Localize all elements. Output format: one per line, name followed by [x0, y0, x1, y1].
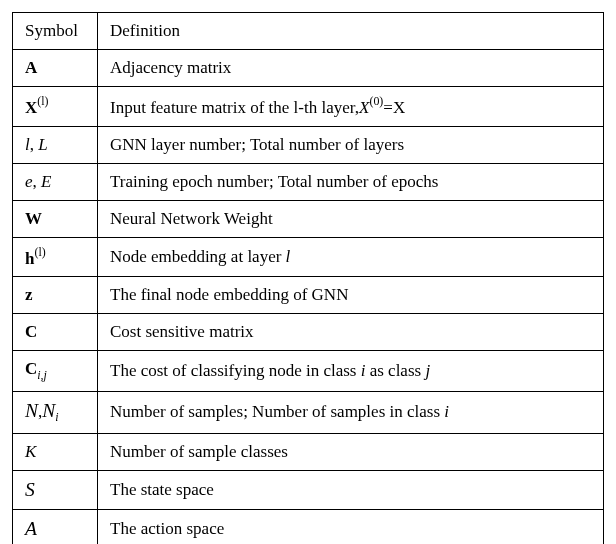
sym-A-cal: A: [25, 518, 37, 539]
definition-cell: The action space: [98, 510, 604, 544]
sym-comma: ,: [33, 172, 37, 191]
def-sup-0: (0): [369, 94, 383, 108]
sym-sup-l: (l): [37, 94, 48, 108]
notation-table: Symbol Definition A Adjacency matrix X(l…: [12, 12, 604, 544]
symbol-cell: K: [13, 434, 98, 471]
sym-X: X: [25, 98, 37, 117]
definition-cell: The cost of classifying node in class i …: [98, 351, 604, 391]
sym-e: e: [25, 172, 33, 191]
sym-N-cal: N: [42, 400, 55, 421]
table-row: X(l) Input feature matrix of the l-th la…: [13, 87, 604, 127]
table-row: W Neural Network Weight: [13, 200, 604, 237]
sym-C: C: [25, 359, 37, 378]
definition-cell: The final node embedding of GNN: [98, 277, 604, 314]
table-row: h(l) Node embedding at layer l: [13, 237, 604, 277]
definition-cell: Number of sample classes: [98, 434, 604, 471]
table-row: z The final node embedding of GNN: [13, 277, 604, 314]
table-row: S The state space: [13, 471, 604, 510]
table-row: C Cost sensitive matrix: [13, 314, 604, 351]
table-row: N,Ni Number of samples; Number of sample…: [13, 391, 604, 433]
sym-S-cal: S: [25, 479, 35, 500]
table-row: l, L GNN layer number; Total number of l…: [13, 126, 604, 163]
def-text: as class: [365, 361, 425, 380]
symbol-cell: W: [13, 200, 98, 237]
header-symbol: Symbol: [13, 13, 98, 50]
symbol-cell: l, L: [13, 126, 98, 163]
sym-sup-l: (l): [34, 245, 45, 259]
table-row: Ci,j The cost of classifying node in cla…: [13, 351, 604, 391]
symbol-cell: z: [13, 277, 98, 314]
sym-L: L: [38, 135, 47, 154]
definition-cell: Cost sensitive matrix: [98, 314, 604, 351]
definition-cell: Neural Network Weight: [98, 200, 604, 237]
def-i: i: [444, 402, 449, 421]
definition-cell: GNN layer number; Total number of layers: [98, 126, 604, 163]
sym-A: A: [25, 58, 37, 77]
definition-cell: The state space: [98, 471, 604, 510]
symbol-cell: C: [13, 314, 98, 351]
definition-cell: Number of samples; Number of samples in …: [98, 391, 604, 433]
sym-C: C: [25, 322, 37, 341]
symbol-cell: S: [13, 471, 98, 510]
sym-sub-ij: i,j: [37, 368, 47, 382]
definition-cell: Input feature matrix of the l-th layer,X…: [98, 87, 604, 127]
table-row: A Adjacency matrix: [13, 50, 604, 87]
def-j: j: [425, 361, 430, 380]
def-text: Node embedding at layer: [110, 247, 286, 266]
symbol-cell: Ci,j: [13, 351, 98, 391]
symbol-cell: A: [13, 510, 98, 544]
sym-E: E: [41, 172, 51, 191]
symbol-cell: N,Ni: [13, 391, 98, 433]
definition-cell: Adjacency matrix: [98, 50, 604, 87]
def-l: l: [286, 247, 291, 266]
sym-z: z: [25, 285, 33, 304]
def-text: Number of samples; Number of samples in …: [110, 402, 444, 421]
sym-comma: ,: [30, 135, 34, 154]
table-row: K Number of sample classes: [13, 434, 604, 471]
table-row: e, E Training epoch number; Total number…: [13, 163, 604, 200]
definition-cell: Training epoch number; Total number of e…: [98, 163, 604, 200]
symbol-cell: h(l): [13, 237, 98, 277]
header-definition: Definition: [98, 13, 604, 50]
symbol-cell: e, E: [13, 163, 98, 200]
sym-N-cal: N: [25, 400, 38, 421]
sym-sub-i: i: [55, 410, 58, 424]
def-text: Input feature matrix of the l-th layer,: [110, 98, 359, 117]
def-text: The cost of classifying node in class: [110, 361, 361, 380]
symbol-cell: A: [13, 50, 98, 87]
sym-K: K: [25, 442, 36, 461]
def-eq: =X: [383, 98, 405, 117]
table-header-row: Symbol Definition: [13, 13, 604, 50]
symbol-cell: X(l): [13, 87, 98, 127]
table-row: A The action space: [13, 510, 604, 544]
def-X: X: [359, 98, 369, 117]
definition-cell: Node embedding at layer l: [98, 237, 604, 277]
sym-W: W: [25, 209, 42, 228]
